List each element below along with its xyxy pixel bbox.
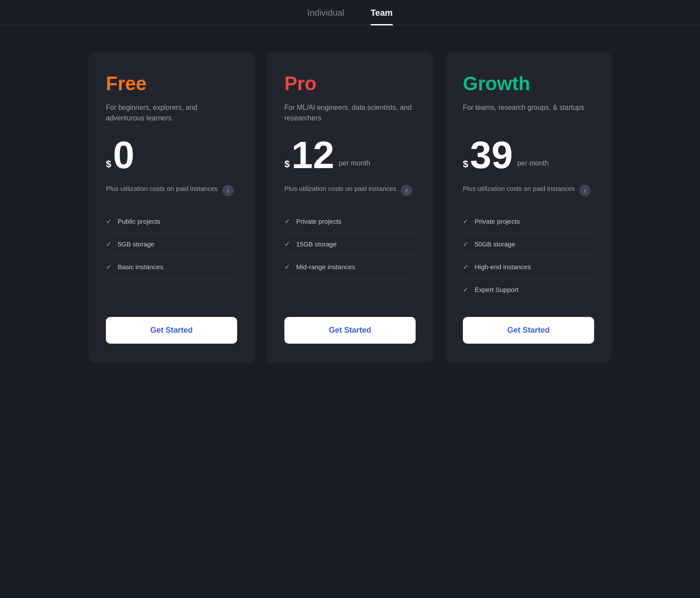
check-icon: ✓ xyxy=(106,217,112,225)
price-block-pro: $ 12 per month xyxy=(284,136,416,174)
card-growth: Growth For teams, research groups, & sta… xyxy=(445,52,612,363)
feature-label: Private projects xyxy=(475,218,520,225)
price-amount-free: 0 xyxy=(113,136,134,174)
util-note-pro: Plus utilization costs on paid instances… xyxy=(284,184,416,196)
util-text-free: Plus utilization costs on paid instances xyxy=(106,184,218,194)
price-dollar-growth: $ xyxy=(463,158,468,174)
price-block-free: $ 0 xyxy=(106,136,237,174)
feature-item: ✓ 50GB storage xyxy=(463,233,594,256)
info-icon-growth[interactable]: i xyxy=(579,185,591,196)
price-block-growth: $ 39 per month xyxy=(463,136,594,174)
util-text-pro: Plus utilization costs on paid instances xyxy=(284,184,396,194)
check-icon: ✓ xyxy=(463,217,469,225)
plan-name-growth: Growth xyxy=(463,73,594,95)
check-icon: ✓ xyxy=(106,263,112,271)
pricing-cards: Free For beginners, explorers, and adven… xyxy=(0,52,700,363)
feature-item: ✓ 5GB storage xyxy=(106,233,237,256)
feature-item: ✓ Expert Support xyxy=(463,278,594,301)
util-note-free: Plus utilization costs on paid instances… xyxy=(106,184,237,196)
feature-label: 5GB storage xyxy=(118,240,154,248)
price-dollar-free: $ xyxy=(106,158,111,174)
tab-individual[interactable]: Individual xyxy=(307,8,344,25)
feature-label: Expert Support xyxy=(475,286,518,293)
check-icon: ✓ xyxy=(284,217,290,225)
feature-list-growth: ✓ Private projects ✓ 50GB storage ✓ High… xyxy=(463,210,594,301)
check-icon: ✓ xyxy=(463,240,469,248)
price-period-growth: per month xyxy=(517,159,549,174)
feature-item: ✓ High-end instances xyxy=(463,256,594,278)
price-amount-growth: 39 xyxy=(470,136,513,174)
check-icon: ✓ xyxy=(463,285,469,294)
feature-item: ✓ Basic instances xyxy=(106,256,237,278)
feature-label: 15GB storage xyxy=(296,240,337,248)
check-icon: ✓ xyxy=(284,240,290,248)
plan-name-free: Free xyxy=(106,73,237,95)
feature-item: ✓ Private projects xyxy=(284,210,416,233)
feature-label: Private projects xyxy=(296,218,341,225)
feature-list-free: ✓ Public projects ✓ 5GB storage ✓ Basic … xyxy=(106,210,237,301)
cta-button-growth[interactable]: Get Started xyxy=(463,317,594,344)
plan-desc-growth: For teams, research groups, & startups xyxy=(463,102,594,123)
feature-item: ✓ Public projects xyxy=(106,210,237,233)
feature-label: 50GB storage xyxy=(475,240,515,248)
util-text-growth: Plus utilization costs on paid instances xyxy=(463,184,575,194)
price-dollar-pro: $ xyxy=(284,158,290,174)
card-free: Free For beginners, explorers, and adven… xyxy=(88,52,255,363)
feature-item: ✓ Private projects xyxy=(463,210,594,233)
feature-label: High-end instances xyxy=(475,263,531,271)
price-period-pro: per month xyxy=(339,159,370,174)
card-pro: Pro For ML/AI engineers, data scientists… xyxy=(267,52,433,363)
plan-desc-free: For beginners, explorers, and adventurou… xyxy=(106,102,237,123)
plan-desc-pro: For ML/AI engineers, data scientists, an… xyxy=(284,102,416,123)
check-icon: ✓ xyxy=(106,240,112,248)
feature-item: ✓ 15GB storage xyxy=(284,233,416,256)
price-amount-pro: 12 xyxy=(291,136,334,174)
info-icon-free[interactable]: i xyxy=(222,185,234,196)
plan-name-pro: Pro xyxy=(284,73,416,95)
feature-label: Public projects xyxy=(118,218,161,225)
feature-label: Mid-range instances xyxy=(296,263,355,271)
tab-bar: Individual Team xyxy=(0,0,700,25)
feature-list-pro: ✓ Private projects ✓ 15GB storage ✓ Mid-… xyxy=(284,210,416,301)
util-note-growth: Plus utilization costs on paid instances… xyxy=(463,184,594,196)
cta-button-pro[interactable]: Get Started xyxy=(284,317,416,344)
check-icon: ✓ xyxy=(463,263,469,271)
cta-button-free[interactable]: Get Started xyxy=(106,317,237,344)
tab-team[interactable]: Team xyxy=(371,8,393,25)
feature-label: Basic instances xyxy=(118,263,163,271)
info-icon-pro[interactable]: i xyxy=(401,185,412,196)
check-icon: ✓ xyxy=(284,263,290,271)
feature-item: ✓ Mid-range instances xyxy=(284,256,416,278)
